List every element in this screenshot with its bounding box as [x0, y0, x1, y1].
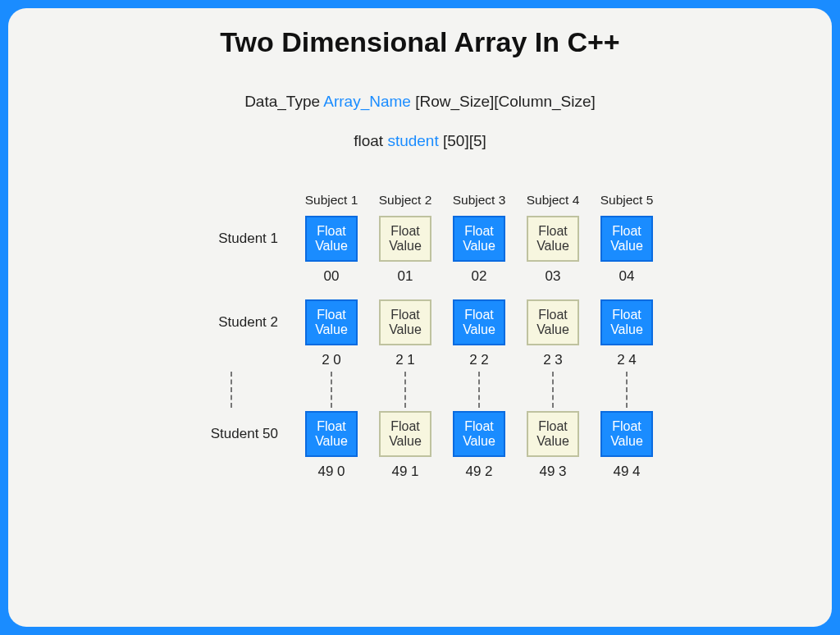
- cell-index: 02: [444, 262, 514, 285]
- ellipsis-icon: [370, 368, 441, 411]
- ellipsis-icon: [178, 368, 293, 411]
- array-cell: FloatValue: [453, 299, 505, 345]
- col-header: Subject 3: [444, 193, 514, 216]
- cell-index: 2 3: [518, 345, 588, 368]
- cell-index: 00: [296, 262, 367, 285]
- cell-index: 2 2: [444, 345, 514, 368]
- syntax-suffix: [Row_Size][Column_Size]: [411, 93, 596, 110]
- cell-index: 2 4: [591, 345, 662, 368]
- cell-index: 2 0: [296, 345, 367, 368]
- array-cell: FloatValue: [305, 216, 358, 262]
- array-cell: FloatValue: [453, 411, 505, 457]
- row-label: Student 1: [178, 231, 293, 247]
- cell-index: 04: [591, 262, 662, 285]
- cell-index: 49 3: [518, 457, 588, 480]
- example-prefix: float: [354, 132, 387, 149]
- col-header: Subject 5: [591, 193, 662, 216]
- array-grid: Subject 1 Subject 2 Subject 3 Subject 4 …: [178, 193, 662, 480]
- array-cell: FloatValue: [305, 299, 358, 345]
- example-name: student: [387, 132, 438, 149]
- example-suffix: [50][5]: [439, 132, 486, 149]
- array-cell: FloatValue: [527, 216, 579, 262]
- cell-index: 49 2: [444, 457, 514, 480]
- array-cell: FloatValue: [379, 216, 431, 262]
- array-cell: FloatValue: [379, 299, 431, 345]
- cell-index: 49 4: [591, 457, 662, 480]
- syntax-line: Data_Type Array_Name [Row_Size][Column_S…: [8, 93, 832, 111]
- array-cell: FloatValue: [379, 411, 431, 457]
- array-cell: FloatValue: [600, 299, 653, 345]
- syntax-prefix: Data_Type: [244, 93, 323, 110]
- example-line: float student [50][5]: [8, 132, 832, 150]
- row-label: Student 50: [178, 426, 293, 442]
- ellipsis-icon: [518, 368, 588, 411]
- cell-index: 01: [370, 262, 441, 285]
- col-header: Subject 2: [370, 193, 441, 216]
- ellipsis-icon: [444, 368, 514, 411]
- array-cell: FloatValue: [305, 411, 358, 457]
- array-cell: FloatValue: [527, 299, 579, 345]
- array-cell: FloatValue: [527, 411, 579, 457]
- cell-index: 49 1: [370, 457, 441, 480]
- syntax-name: Array_Name: [323, 93, 411, 110]
- array-cell: FloatValue: [453, 216, 505, 262]
- diagram-card: Two Dimensional Array In C++ Data_Type A…: [8, 8, 832, 627]
- ellipsis-icon: [296, 368, 367, 411]
- array-cell: FloatValue: [600, 411, 653, 457]
- cell-index: 03: [518, 262, 588, 285]
- cell-index: 2 1: [370, 345, 441, 368]
- row-label: Student 2: [178, 314, 293, 331]
- ellipsis-icon: [591, 368, 662, 411]
- cell-index: 49 0: [296, 457, 367, 480]
- col-header: Subject 4: [518, 193, 588, 216]
- array-cell: FloatValue: [600, 216, 653, 262]
- page-title: Two Dimensional Array In C++: [8, 26, 832, 58]
- col-header: Subject 1: [296, 193, 367, 216]
